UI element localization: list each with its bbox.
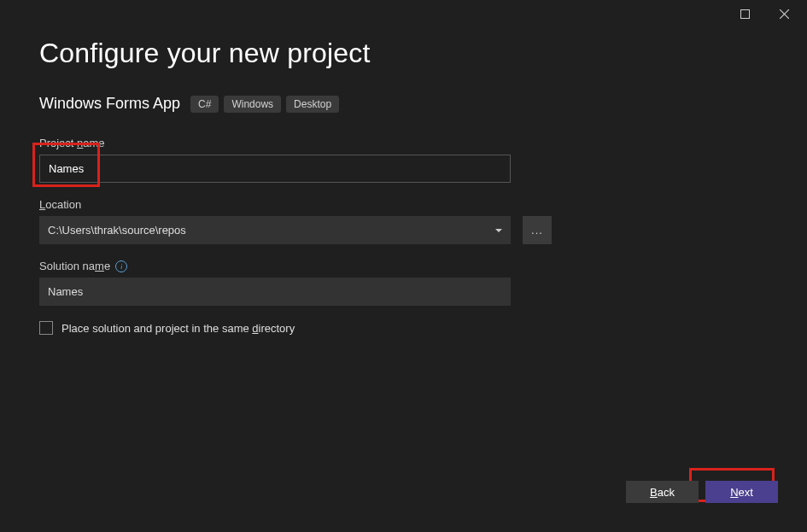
same-directory-checkbox[interactable]: [39, 321, 53, 335]
solution-name-input[interactable]: [39, 278, 511, 306]
project-name-label: Project name: [39, 137, 768, 149]
template-name: Windows Forms App: [39, 95, 180, 113]
info-icon[interactable]: i: [115, 260, 127, 272]
same-directory-label: Place solution and project in the same d…: [61, 322, 295, 335]
chevron-down-icon: [495, 229, 502, 232]
browse-button[interactable]: ...: [523, 216, 552, 244]
template-tags: C# Windows Desktop: [190, 96, 339, 113]
next-button[interactable]: Next: [705, 481, 778, 503]
project-name-input[interactable]: [39, 155, 511, 183]
template-row: Windows Forms App C# Windows Desktop: [39, 95, 768, 113]
location-label: Location: [39, 198, 768, 211]
tag-windows: Windows: [224, 96, 281, 113]
tag-desktop: Desktop: [286, 96, 339, 113]
maximize-icon: [740, 9, 750, 19]
location-value: C:\Users\thrak\source\repos: [48, 224, 186, 237]
location-combo[interactable]: C:\Users\thrak\source\repos: [39, 216, 511, 244]
close-button[interactable]: [764, 1, 804, 26]
project-name-group: Project name: [39, 137, 768, 183]
footer-buttons: Back Next: [626, 481, 778, 503]
svg-rect-0: [740, 9, 749, 18]
back-button[interactable]: Back: [626, 481, 699, 503]
close-icon: [780, 9, 789, 19]
location-group: Location C:\Users\thrak\source\repos ...: [39, 198, 768, 244]
solution-name-label: Solution name i: [39, 260, 768, 272]
solution-name-group: Solution name i: [39, 260, 768, 306]
maximize-button[interactable]: [725, 1, 764, 26]
same-directory-row: Place solution and project in the same d…: [39, 321, 768, 335]
tag-csharp: C#: [190, 96, 219, 113]
main-content: Configure your new project Windows Forms…: [0, 27, 807, 335]
titlebar: [0, 0, 807, 27]
page-title: Configure your new project: [39, 38, 768, 69]
